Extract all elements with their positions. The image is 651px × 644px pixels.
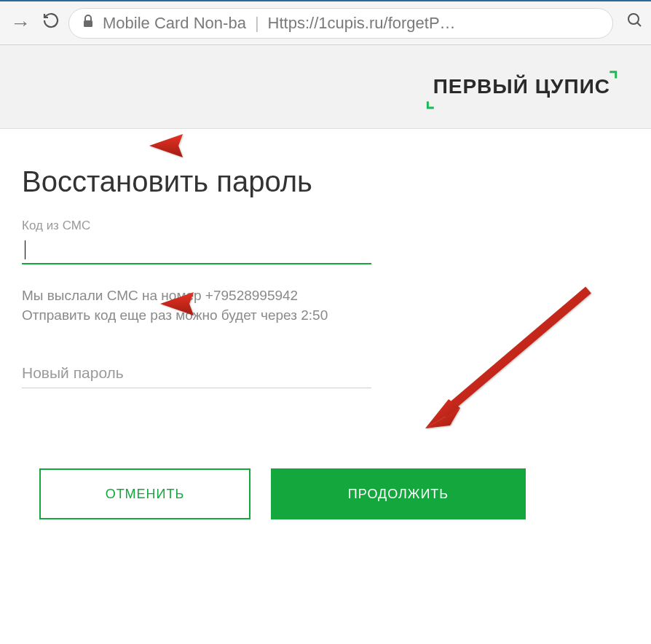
sms-code-label: Код из СМС [22,219,629,233]
sms-code-field: Код из СМС [22,219,629,264]
svg-line-2 [637,23,641,26]
form-panel: Восстановить пароль Код из СМС Мы выслал… [0,129,651,639]
svg-point-1 [628,14,639,24]
cancel-button[interactable]: ОТМЕНИТЬ [39,468,250,519]
annotation-arrow-sms [149,131,397,160]
new-password-input[interactable] [22,358,371,388]
zoom-icon[interactable] [626,12,644,34]
sms-info-line1: Мы выслали СМС на номер +79528995942 [22,288,298,303]
logo-bracket-right-icon: ⌝ [609,68,618,92]
forward-arrow-icon[interactable]: → [7,10,33,36]
browser-toolbar: → Mobile Card Non-ba | Https://1cupis.ru… [0,0,651,45]
page-title-text: Mobile Card Non-ba [103,14,246,33]
new-password-field [22,358,629,388]
button-row: ОТМЕНИТЬ ПРОДОЛЖИТЬ [39,468,629,519]
sms-info-line2: Отправить код еще раз можно будет через … [22,307,328,323]
site-header: ⌞ ПЕРВЫЙ ЦУПИС ⌝ [0,45,651,129]
sms-code-input[interactable] [22,237,371,264]
lock-icon [82,15,94,31]
continue-button[interactable]: ПРОДОЛЖИТЬ [271,468,526,519]
page: ⌞ ПЕРВЫЙ ЦУПИС ⌝ Восстановить пароль Код… [0,45,651,639]
url-text: Https://1cupis.ru/forgetP… [268,14,456,33]
page-heading: Восстановить пароль [22,165,629,198]
site-logo[interactable]: ⌞ ПЕРВЫЙ ЦУПИС ⌝ [425,75,618,99]
title-url-divider: | [255,14,259,33]
logo-bracket-left-icon: ⌞ [425,88,435,112]
logo-text: ПЕРВЫЙ ЦУПИС [433,75,610,98]
svg-rect-0 [84,20,92,27]
text-cursor [25,240,25,259]
sms-info-text: Мы выслали СМС на номер +79528995942 Отп… [22,286,629,325]
reload-icon[interactable] [42,12,60,34]
address-bar[interactable]: Mobile Card Non-ba | Https://1cupis.ru/f… [68,8,613,39]
